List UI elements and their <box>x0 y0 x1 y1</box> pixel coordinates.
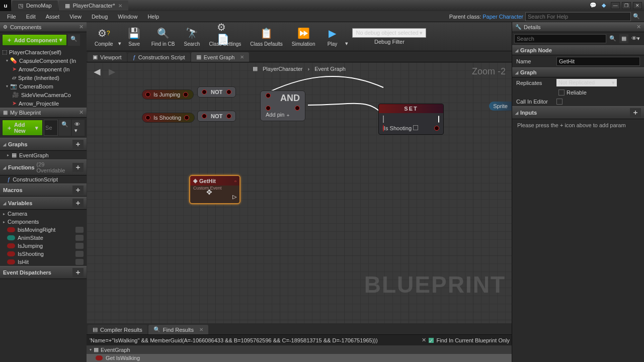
maximize-button[interactable]: ❐ <box>622 2 631 9</box>
visibility-toggle[interactable] <box>75 235 84 241</box>
find-search-input[interactable] <box>89 336 420 344</box>
close-icon[interactable]: ✕ <box>79 109 84 116</box>
pin-exec-out[interactable] <box>438 116 439 123</box>
event-graph-canvas[interactable]: ◄ ► ▦ PlayerCharacter › Event Graph Zoom… <box>87 62 512 323</box>
component-row[interactable]: ⬚PlayerCharacter(self) <box>0 48 87 56</box>
node-isjumping-get[interactable]: Is Jumping <box>142 89 194 100</box>
find-current-only-checkbox[interactable]: ✓ <box>428 337 434 343</box>
components-header[interactable]: ⚙Components✕ <box>0 22 87 32</box>
source-icon[interactable]: ◆ <box>602 2 606 9</box>
pin-in[interactable] <box>202 89 207 95</box>
component-row[interactable]: ➤Arrow_Projectile <box>0 99 87 108</box>
simulation-button[interactable]: ⏩Simulation <box>288 23 319 50</box>
component-row[interactable]: ➤ArrowComponent (In <box>0 65 87 73</box>
var-row[interactable]: IsJumping <box>0 242 87 250</box>
minimize-button[interactable]: — <box>611 2 620 9</box>
dispatchers-section[interactable]: Event Dispatchers＋ <box>0 266 87 279</box>
pin-out[interactable] <box>226 114 231 119</box>
add-new-button[interactable]: ＋Add New▾ <box>2 120 43 136</box>
node-not-1[interactable]: NOT <box>197 86 236 98</box>
visibility-toggle[interactable] <box>75 227 84 233</box>
functions-section[interactable]: ◢Functions (29 Overridable＋ <box>0 159 87 175</box>
tab-playercharacter[interactable]: ▦PlayerCharacter*✕ <box>59 1 128 11</box>
reliable-checkbox[interactable] <box>558 89 565 96</box>
add-variable-button[interactable]: ＋ <box>72 199 84 208</box>
pin-exec-in[interactable] <box>383 116 384 123</box>
category-components[interactable]: ▸Components <box>0 218 87 226</box>
search-icon[interactable]: 🔍 <box>607 34 618 43</box>
add-dispatcher-button[interactable]: ＋ <box>72 268 84 277</box>
var-row[interactable]: bisMovingRight <box>0 226 87 234</box>
search-button[interactable]: 🔭Search <box>180 23 204 50</box>
menu-help[interactable]: Help <box>142 13 164 21</box>
pin-out[interactable] <box>184 115 189 120</box>
tab-find-results[interactable]: 🔍Find Results✕ <box>148 325 208 334</box>
pin-out[interactable] <box>226 89 231 95</box>
pin-out[interactable] <box>434 126 439 131</box>
variables-section[interactable]: ◢Variables＋ <box>0 197 87 210</box>
pin-in[interactable] <box>202 114 207 119</box>
play-button[interactable]: ▶Play <box>320 23 344 50</box>
node-gethit[interactable]: ◈GetHit▫ Custom Event ▷ ✥ <box>189 175 240 204</box>
add-graph-button[interactable]: ＋ <box>72 140 84 149</box>
search-icon[interactable]: 🔍 <box>633 13 640 20</box>
clear-search-button[interactable]: ✕ <box>420 337 428 343</box>
graph-eventgraph[interactable]: ▸▦EventGraph <box>0 151 87 159</box>
section-graph-node[interactable]: ◢Graph Node <box>512 45 644 55</box>
section-graph[interactable]: ◢Graph <box>512 67 644 77</box>
node-set-isshooting[interactable]: SET Is Shooting <box>378 104 444 135</box>
graphs-section[interactable]: ◢Graphs＋ <box>0 138 87 151</box>
menu-asset[interactable]: Asset <box>41 13 65 21</box>
mybp-search-input[interactable] <box>44 120 58 136</box>
close-icon[interactable]: ✕ <box>79 24 84 30</box>
grid-icon[interactable]: ▦ <box>253 65 258 72</box>
pin-out[interactable] <box>145 115 150 120</box>
tab-construction-script[interactable]: ƒConstruction Script <box>128 53 190 62</box>
pin-in[interactable] <box>266 106 271 111</box>
menu-debug[interactable]: Debug <box>87 13 113 21</box>
var-row[interactable]: AnimState <box>0 234 87 242</box>
menu-view[interactable]: View <box>64 13 87 21</box>
add-input-button[interactable]: ＋ <box>630 108 641 117</box>
close-icon[interactable]: ✕ <box>240 54 244 60</box>
breadcrumb-root[interactable]: PlayerCharacter <box>263 66 302 72</box>
menu-window[interactable]: Window <box>113 13 142 21</box>
search-components-button[interactable]: 🔍 <box>68 34 80 46</box>
visibility-toggle[interactable] <box>75 243 84 249</box>
component-row[interactable]: 🎥SideViewCameraCo <box>0 90 87 99</box>
cie-checkbox[interactable] <box>556 99 562 105</box>
pin-exec-out[interactable]: ▷ <box>232 194 236 200</box>
node-sprite[interactable]: Sprite <box>489 102 512 111</box>
close-icon[interactable]: ✕ <box>199 327 203 332</box>
add-pin-button[interactable]: Add pin ＋ <box>266 112 300 119</box>
add-component-button[interactable]: ＋Add Component▾ <box>2 34 67 46</box>
visibility-toggle[interactable] <box>75 251 84 257</box>
result-group[interactable]: ▾▦EventGraph <box>87 345 512 354</box>
help-search-input[interactable] <box>525 12 631 21</box>
search-icon[interactable]: 🔍 <box>59 120 71 136</box>
visibility-toggle[interactable] <box>75 259 84 265</box>
category-camera[interactable]: ▸Camera <box>0 210 87 218</box>
pin-out[interactable] <box>183 92 188 97</box>
var-row[interactable]: IsHit <box>0 258 87 266</box>
myblueprint-header[interactable]: ▦My Blueprint✕ <box>0 108 87 118</box>
close-icon[interactable]: ✕ <box>636 24 641 30</box>
result-item[interactable]: Get IsWalking <box>87 354 512 362</box>
parent-class-link[interactable]: Paper Character <box>482 14 523 20</box>
pin-in[interactable] <box>266 93 271 98</box>
name-input[interactable] <box>556 57 640 66</box>
pin-out[interactable] <box>295 106 300 111</box>
component-row[interactable]: ▾💊CapsuleComponent (In <box>0 56 87 65</box>
class-settings-button[interactable]: ⚙📄Class Settings <box>205 23 245 50</box>
add-function-button[interactable]: ＋ <box>72 163 84 172</box>
checkbox[interactable] <box>413 125 418 130</box>
menu-file[interactable]: File <box>2 13 21 21</box>
menu-edit[interactable]: Edit <box>21 13 41 21</box>
view-options-button[interactable]: 👁▾ <box>72 120 85 136</box>
node-and[interactable]: AND Add pin ＋ <box>260 90 305 121</box>
replicates-dropdown[interactable]: Not Replicated▾ <box>556 79 617 86</box>
macros-section[interactable]: Macros＋ <box>0 184 87 197</box>
tab-compiler-results[interactable]: ▤Compiler Results <box>88 325 147 334</box>
node-isshooting-get[interactable]: Is Shooting <box>142 113 195 123</box>
class-defaults-button[interactable]: 📋Class Defaults <box>246 23 286 50</box>
